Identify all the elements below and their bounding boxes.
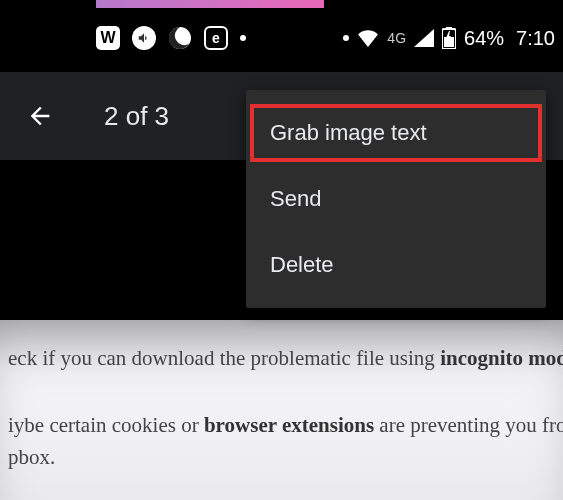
back-arrow-icon — [26, 102, 54, 130]
screenshot-text-line: iybe certain cookies or browser extensio… — [8, 409, 555, 442]
overflow-dot-icon — [240, 35, 246, 41]
image-viewer-content[interactable]: eck if you can download the problematic … — [0, 320, 563, 500]
wifi-icon — [357, 29, 379, 47]
svg-rect-2 — [446, 27, 452, 30]
top-accent-bar — [96, 0, 324, 8]
menu-item-delete[interactable]: Delete — [246, 232, 546, 298]
network-type-label: 4G — [387, 30, 406, 46]
menu-item-grab-image-text[interactable]: Grab image text — [246, 100, 546, 166]
battery-percent: 64% — [464, 27, 504, 50]
battery-icon — [442, 27, 456, 49]
moon-icon — [168, 26, 192, 50]
status-right-group: 4G 64% 7:10 — [343, 27, 555, 50]
status-left-group: W e — [96, 26, 246, 50]
screenshot-text-line: pbox. — [8, 441, 555, 474]
back-button[interactable] — [24, 100, 56, 132]
status-time: 7:10 — [516, 27, 555, 50]
overflow-dot-icon — [343, 35, 349, 41]
speaker-icon — [132, 26, 156, 50]
menu-item-send[interactable]: Send — [246, 166, 546, 232]
status-bar: W e 4G 64% 7:10 — [0, 24, 563, 52]
signal-icon — [414, 29, 434, 47]
app-w-icon: W — [96, 26, 120, 50]
page-position: 2 of 3 — [104, 101, 169, 132]
screenshot-text-line: eck if you can download the problematic … — [8, 342, 555, 375]
context-menu: Grab image text Send Delete — [246, 90, 546, 308]
app-e-icon: e — [204, 26, 228, 50]
